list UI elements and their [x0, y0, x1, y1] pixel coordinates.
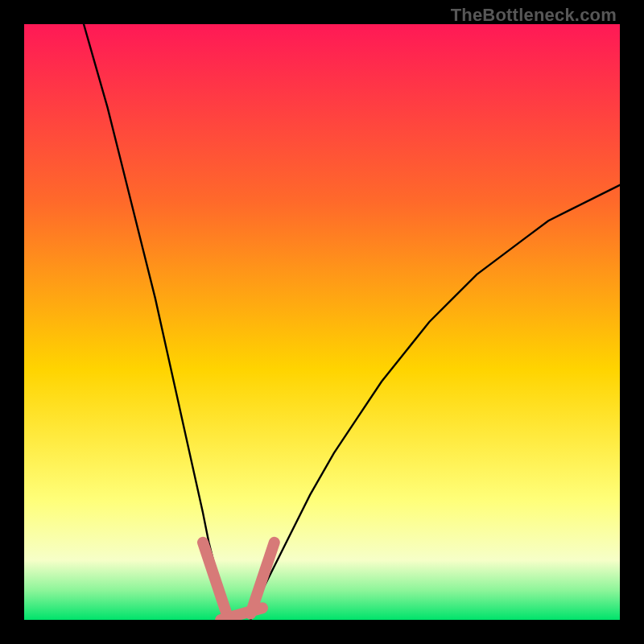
curve-layer: [24, 24, 620, 620]
left-curve: [84, 24, 229, 620]
plot-area: [24, 24, 620, 620]
watermark-text: TheBottleneck.com: [451, 5, 617, 26]
right-curve: [250, 185, 620, 620]
valley-marker-left: [203, 543, 227, 614]
chart-frame: TheBottleneck.com: [0, 0, 644, 644]
